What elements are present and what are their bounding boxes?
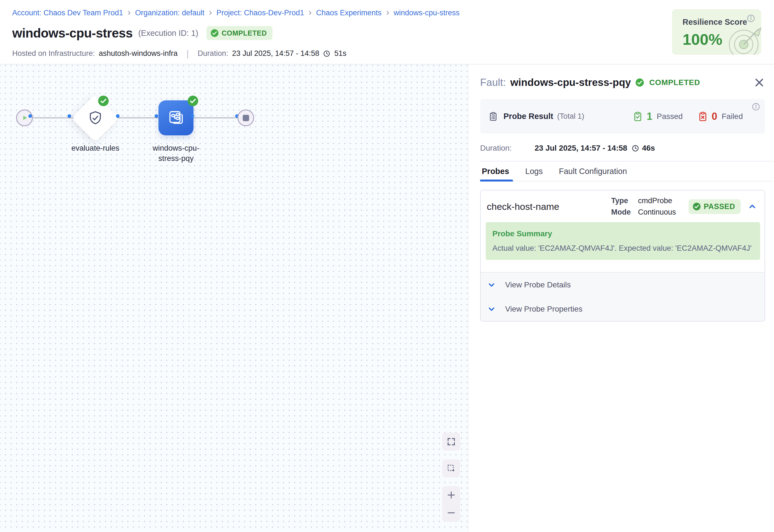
probe-type-value: cmdProbe: [638, 197, 676, 205]
fault-detail-panel: Fault: windows-cpu-stress-pqy COMPLETED …: [469, 64, 774, 532]
node-label-windows-cpu-stress-pqy: windows-cpu- stress-pqy: [132, 143, 220, 163]
chevron-up-icon: [747, 202, 757, 212]
target-arrow-illustration: [728, 23, 761, 55]
marquee-select-button[interactable]: [442, 459, 460, 477]
probe-status-badge: PASSED: [689, 199, 741, 214]
probe-result-title: Probe Result: [503, 112, 553, 121]
chevron-down-icon: [487, 304, 496, 314]
collapse-probe-button[interactable]: [746, 200, 758, 213]
duration-label: Duration:: [480, 144, 535, 153]
passed-count: 1: [647, 111, 652, 122]
probe-result-total: (Total 1): [557, 112, 584, 121]
probe-summary-box: Probe Summary Actual value: 'EC2AMAZ-QMV…: [486, 222, 760, 260]
node-success-badge: [98, 95, 109, 106]
probe-status-text: PASSED: [704, 202, 735, 211]
check-circle-icon: [210, 29, 219, 37]
experiment-status-text: COMPLETED: [222, 29, 267, 37]
view-probe-properties-toggle[interactable]: View Probe Properties: [481, 297, 765, 321]
probe-name: check-host-name: [487, 201, 611, 212]
clipboard-x-icon: [697, 111, 708, 122]
chevron-down-icon: [487, 280, 496, 290]
title-row: windows-cpu-stress (Execution ID: 1) COM…: [12, 26, 272, 41]
probe-result-counts: 1 Passed 0 Failed: [632, 111, 743, 122]
breadcrumb-current-experiment[interactable]: windows-cpu-stress: [394, 9, 460, 17]
view-probe-details-toggle[interactable]: View Probe Details: [481, 273, 765, 297]
hosted-on-label: Hosted on Infrastructure:: [12, 49, 95, 58]
fault-workflow-icon: [167, 109, 185, 126]
duration-value: 23 Jul 2025, 14:57 - 14:58: [535, 144, 627, 153]
node-label-line1: windows-cpu-: [132, 143, 220, 153]
canvas-controls: [442, 433, 460, 522]
edge-connector-dot: [68, 114, 71, 118]
probe-mode-value: Continuous: [638, 208, 676, 217]
fault-label: Fault:: [480, 77, 506, 88]
passed-label: Passed: [657, 112, 683, 121]
edge-connector-dot: [28, 114, 32, 118]
fullscreen-button[interactable]: [442, 433, 460, 451]
chaos-experiment-run-page: Account: Chaos Dev Team Prod1 › Organiza…: [0, 0, 774, 532]
fullscreen-icon: [446, 437, 456, 446]
experiment-title: windows-cpu-stress: [12, 26, 133, 41]
tab-logs[interactable]: Logs: [525, 167, 543, 176]
resilience-score-label: Resilience Score: [683, 18, 747, 27]
infrastructure-name: ashutosh-windows-infra: [99, 49, 178, 58]
tab-fault-configuration[interactable]: Fault Configuration: [559, 167, 627, 176]
fault-header: Fault: windows-cpu-stress-pqy COMPLETED: [480, 64, 765, 88]
stop-icon: [243, 115, 249, 121]
pipeline-canvas[interactable]: evaluate-rules windows-cpu- stress-pqy: [0, 64, 469, 532]
experiment-meta-row: Hosted on Infrastructure: ashutosh-windo…: [12, 48, 346, 59]
chevron-right-icon: ›: [209, 8, 212, 18]
probe-card-footer: View Probe Details View Probe Properties: [481, 272, 765, 321]
failed-count: 0: [712, 111, 717, 122]
page-header: Account: Chaos Dev Team Prod1 › Organiza…: [0, 0, 774, 64]
failed-label: Failed: [722, 112, 743, 121]
chevron-right-icon: ›: [386, 8, 389, 18]
breadcrumb-account-link[interactable]: Account: Chaos Dev Team Prod1: [12, 9, 123, 17]
experiment-status-badge: COMPLETED: [207, 26, 272, 40]
probe-result-summary-card: Probe Result (Total 1) 1 Passed 0 Failed: [480, 99, 765, 134]
breadcrumb-chaos-experiments-link[interactable]: Chaos Experiments: [316, 9, 382, 17]
breadcrumb-project-link[interactable]: Project: Chaos-Dev-Prod1: [217, 9, 304, 17]
node-evaluate-rules[interactable]: [71, 94, 120, 142]
probe-card-header[interactable]: check-host-name Type cmdProbe Mode Conti…: [481, 190, 765, 222]
node-success-badge: [187, 95, 199, 106]
pipeline-start-node[interactable]: [16, 110, 33, 126]
clock-icon: [323, 50, 330, 57]
zoom-out-button[interactable]: [442, 504, 460, 522]
node-label-evaluate-rules: evaluate-rules: [51, 143, 140, 153]
duration-seconds: 51s: [334, 49, 346, 58]
resilience-score-card: Resilience Score 100%: [672, 9, 761, 55]
duration-label: Duration:: [198, 49, 228, 58]
info-icon[interactable]: [752, 103, 760, 111]
check-circle-icon: [635, 78, 644, 87]
fault-name: windows-cpu-stress-pqy: [510, 77, 631, 88]
panel-tabs: Probes Logs Fault Configuration: [480, 161, 774, 182]
breadcrumb: Account: Chaos Dev Team Prod1 › Organiza…: [12, 8, 460, 18]
chevron-right-icon: ›: [128, 8, 131, 18]
active-tab-indicator: [480, 180, 513, 182]
execution-id: (Execution ID: 1): [138, 29, 198, 38]
plus-icon: [446, 490, 456, 500]
clock-icon: [632, 145, 639, 152]
clipboard-icon: [488, 111, 498, 122]
close-panel-button[interactable]: [753, 77, 765, 88]
pipeline-edge: [24, 117, 246, 118]
edge-connector-dot: [155, 114, 158, 118]
probe-summary-title: Probe Summary: [492, 229, 753, 238]
probe-meta: Type cmdProbe Mode Continuous: [611, 197, 676, 217]
view-probe-properties-label: View Probe Properties: [505, 305, 582, 314]
duration-seconds: 46s: [642, 144, 655, 153]
zoom-in-button[interactable]: [442, 486, 460, 504]
check-circle-icon: [693, 202, 701, 211]
view-probe-details-label: View Probe Details: [505, 280, 571, 289]
edge-connector-dot: [116, 114, 120, 118]
close-icon: [754, 77, 765, 88]
breadcrumb-organization-link[interactable]: Organization: default: [135, 9, 204, 17]
tab-probes[interactable]: Probes: [482, 167, 509, 176]
pipeline-end-node[interactable]: [237, 110, 254, 126]
probe-summary-text: Actual value: 'EC2AMAZ-QMVAF4J'. Expecte…: [492, 244, 753, 253]
divider: |: [182, 48, 194, 59]
info-icon[interactable]: [747, 14, 755, 23]
resilience-score-value: 100%: [683, 30, 722, 48]
probe-type-label: Type: [611, 197, 631, 205]
